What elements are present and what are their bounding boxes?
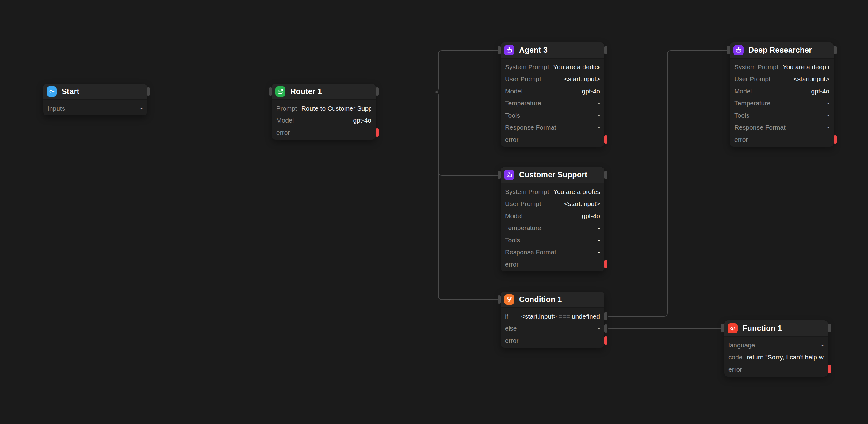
row-value: You are a professio…	[553, 188, 600, 195]
row-label: Response Format	[734, 124, 785, 131]
row-error[interactable]: error	[730, 134, 834, 146]
row-model[interactable]: Model gpt-4o	[272, 115, 376, 127]
row-label: User Prompt	[505, 75, 541, 83]
row-user-prompt[interactable]: User Prompt <start.input>	[730, 73, 834, 86]
robot-icon	[504, 45, 514, 55]
output-port[interactable]	[828, 324, 831, 332]
row-value: -	[69, 105, 143, 112]
row-user-prompt[interactable]: User Prompt <start.input>	[501, 73, 604, 86]
row-prompt[interactable]: Prompt Route to Customer Suppo…	[272, 102, 376, 115]
row-value: -	[524, 112, 600, 119]
input-port[interactable]	[727, 46, 730, 54]
row-error[interactable]: error	[501, 134, 604, 146]
output-port[interactable]	[604, 171, 608, 179]
row-model[interactable]: Model gpt-4o	[730, 85, 834, 97]
input-port[interactable]	[721, 324, 724, 332]
node-condition-1-header[interactable]: Condition 1	[501, 292, 604, 308]
else-output-port[interactable]	[604, 324, 608, 333]
row-error[interactable]: error	[724, 363, 828, 376]
row-label: if	[505, 313, 508, 320]
node-function-1[interactable]: Function 1 language - code return "Sorry…	[724, 321, 828, 377]
edge-router1-customer-support[interactable]	[378, 92, 498, 175]
row-value: gpt-4o	[756, 88, 829, 95]
row-label: System Prompt	[505, 188, 549, 195]
row-label: User Prompt	[734, 75, 771, 83]
row-label: error	[505, 136, 519, 143]
edge-router1-agent3[interactable]	[378, 51, 498, 92]
node-start[interactable]: Start Inputs -	[43, 84, 147, 116]
input-port[interactable]	[498, 295, 501, 303]
output-port[interactable]	[834, 46, 837, 54]
row-model[interactable]: Model gpt-4o	[501, 210, 604, 222]
error-port[interactable]	[376, 128, 379, 137]
row-error[interactable]: error	[501, 334, 604, 347]
row-else[interactable]: else -	[501, 323, 604, 335]
node-customer-support[interactable]: Customer Support System Prompt You are a…	[501, 167, 604, 271]
node-router-1[interactable]: Router 1 Prompt Route to Customer Suppo……	[272, 84, 376, 140]
row-model[interactable]: Model gpt-4o	[501, 85, 604, 97]
row-tools[interactable]: Tools -	[501, 109, 604, 122]
node-router-1-header[interactable]: Router 1	[272, 84, 376, 100]
edge-condition1-if-deep-researcher[interactable]	[608, 51, 727, 317]
row-tools[interactable]: Tools -	[501, 234, 604, 246]
error-port[interactable]	[604, 336, 608, 345]
output-port[interactable]	[376, 87, 379, 96]
node-agent-3[interactable]: Agent 3 System Prompt You are a dedicate…	[501, 42, 604, 147]
row-language[interactable]: language -	[724, 339, 828, 351]
node-title: Customer Support	[519, 170, 587, 179]
input-port[interactable]	[269, 87, 272, 96]
node-agent-3-header[interactable]: Agent 3	[501, 42, 604, 59]
row-user-prompt[interactable]: User Prompt <start.input>	[501, 198, 604, 210]
row-value: Route to Customer Suppo…	[301, 105, 371, 112]
row-label: error	[734, 136, 748, 143]
row-value: gpt-4o	[527, 88, 600, 95]
row-code[interactable]: code return "Sorry, I can't help with …	[724, 351, 828, 364]
row-system-prompt[interactable]: System Prompt You are a professio…	[501, 186, 604, 198]
row-label: error	[728, 366, 742, 373]
edge-router1-condition1[interactable]	[378, 92, 498, 300]
row-value: -	[775, 100, 829, 107]
row-error[interactable]: error	[501, 258, 604, 270]
row-value: -	[790, 124, 829, 131]
error-port[interactable]	[828, 365, 831, 373]
row-temperature[interactable]: Temperature -	[501, 97, 604, 110]
input-port[interactable]	[498, 171, 501, 179]
input-port[interactable]	[498, 46, 501, 54]
row-value: -	[546, 100, 600, 107]
row-temperature[interactable]: Temperature -	[730, 97, 834, 110]
error-port[interactable]	[604, 135, 608, 144]
node-customer-support-header[interactable]: Customer Support	[501, 167, 604, 183]
robot-icon	[734, 45, 744, 55]
node-function-1-header[interactable]: Function 1	[724, 321, 828, 337]
error-port[interactable]	[834, 135, 837, 144]
row-response-format[interactable]: Response Format -	[730, 122, 834, 134]
node-condition-1[interactable]: Condition 1 if <start.input> === undefin…	[501, 292, 604, 348]
row-temperature[interactable]: Temperature -	[501, 222, 604, 234]
row-error[interactable]: error	[272, 127, 376, 139]
output-port[interactable]	[604, 46, 608, 54]
row-response-format[interactable]: Response Format -	[501, 122, 604, 134]
row-label: Tools	[505, 236, 520, 244]
error-port[interactable]	[604, 260, 608, 268]
output-port[interactable]	[147, 87, 150, 96]
row-system-prompt[interactable]: System Prompt You are a deep res…	[730, 61, 834, 73]
node-title: Function 1	[743, 324, 782, 333]
row-inputs[interactable]: Inputs -	[43, 102, 147, 115]
row-label: error	[505, 337, 519, 344]
node-start-header[interactable]: Start	[43, 84, 147, 100]
node-title: Agent 3	[519, 46, 548, 55]
workflow-canvas[interactable]: { "canvas": { "background_color": "#1b1b…	[0, 0, 868, 424]
row-if[interactable]: if <start.input> === undefined	[501, 311, 604, 323]
row-response-format[interactable]: Response Format -	[501, 246, 604, 259]
row-label: error	[505, 261, 519, 268]
code-icon	[727, 323, 738, 333]
row-value: <start.input>	[546, 200, 600, 207]
node-title: Condition 1	[519, 295, 562, 304]
row-label: else	[505, 325, 517, 332]
row-system-prompt[interactable]: System Prompt You are a dedicate…	[501, 61, 604, 73]
if-output-port[interactable]	[604, 312, 608, 321]
node-deep-researcher[interactable]: Deep Researcher System Prompt You are a …	[730, 42, 834, 147]
row-value: -	[560, 249, 600, 256]
node-deep-researcher-header[interactable]: Deep Researcher	[730, 42, 834, 59]
row-tools[interactable]: Tools -	[730, 109, 834, 122]
